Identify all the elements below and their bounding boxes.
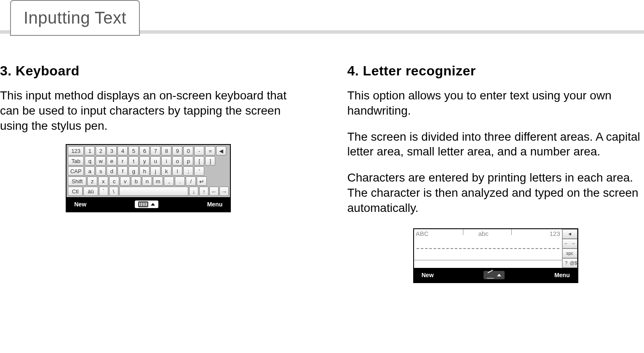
keyboard-row: 1231234567890-=◄ [68,146,229,155]
keyboard-key[interactable]: ↓ [189,187,198,196]
keyboard-key[interactable]: CAP [68,166,84,176]
keyboard-key[interactable]: 4 [118,146,128,155]
keyboard-key[interactable] [119,187,188,196]
keyboard-key[interactable]: 6 [139,146,150,155]
lr-body: ABC abc 123 ◄ ← → spc ? [414,229,577,268]
lr-key-sym[interactable]: @$ [570,260,577,265]
keyboard-key[interactable]: t [128,156,139,166]
keyboard-key[interactable]: e [107,156,117,166]
lr-bottombar-menu-label[interactable]: Menu [554,272,570,278]
keyboard-key[interactable]: \ [109,187,118,196]
keyboard-key[interactable]: i [161,156,171,166]
keyboard-key[interactable]: x [98,176,108,186]
para-lr-2: The screen is divided into three differe… [347,129,644,160]
lr-baseline [414,260,562,260]
keyboard-key[interactable]: p [183,156,193,166]
keyboard-icon [138,201,148,207]
keyboard-key[interactable]: c [109,176,119,186]
keyboard-key[interactable]: 1 [85,146,95,155]
keyboard-key[interactable]: [ [194,156,204,166]
keyboard-key[interactable]: d [107,166,117,176]
lr-key-right[interactable]: → [570,241,577,246]
keyboard-key[interactable]: b [131,176,141,186]
keyboard-key[interactable]: ' [194,166,204,176]
keyboard-key[interactable]: = [205,146,215,155]
keyboard-key[interactable]: v [120,176,130,186]
lr-side-keys: ◄ ← → spc ? @$ [562,229,577,268]
keyboard-key[interactable]: → [219,187,229,196]
keyboard-row: Tabqwertyuiop[] [68,156,229,166]
lr-key-left[interactable]: ← [563,241,570,246]
keyboard-key[interactable]: 0 [183,146,193,155]
keyboard-row: Shiftzxcvbnm,./↵ [68,176,229,186]
keyboard-key[interactable]: ↵ [197,176,207,186]
keyboard-key[interactable]: y [139,156,150,166]
keyboard-key[interactable]: w [96,156,106,166]
keyboard-key[interactable]: r [118,156,128,166]
keyboard-key[interactable]: 7 [150,146,160,155]
keyboard-key[interactable]: ` [99,187,108,196]
lr-bottombar-new-label[interactable]: New [422,272,434,278]
keyboard-key[interactable]: u [150,156,160,166]
keyboard-key[interactable]: 123 [68,146,84,155]
keyboard-key[interactable]: Ctl [68,187,83,196]
keyboard-key[interactable]: Tab [68,156,84,166]
keyboard-key[interactable]: l [172,166,182,176]
keyboard-key[interactable]: q [85,156,95,166]
keyboard-key[interactable]: - [194,146,204,155]
keyboard-key[interactable]: n [142,176,152,186]
keyboard-key[interactable]: 5 [128,146,139,155]
chevron-up-icon [151,203,155,206]
lr-key-left-right[interactable]: ← → [562,239,577,249]
keyboard-key[interactable]: a [85,166,95,176]
keyboard-key[interactable]: / [186,176,196,186]
bottombar-menu-label[interactable]: Menu [207,201,223,208]
keyboard-key[interactable]: f [118,166,128,176]
lr-writing-area[interactable]: ABC abc 123 [414,229,562,268]
lr-divider-1 [463,229,463,235]
page-title-text: Inputting Text [24,8,126,27]
lr-key-help[interactable]: ? [563,260,570,265]
sip-toggle[interactable] [135,201,158,208]
keyboard-key[interactable]: 8 [161,146,171,155]
column-keyboard: 3. Keyboard This input method displays a… [0,63,322,283]
para-lr-1: This option allows you to enter text usi… [347,88,644,118]
keyboard-key[interactable]: o [172,156,182,166]
bottombar-new-label[interactable]: New [74,201,86,208]
lr-divider-2 [511,229,512,235]
keyboard-key[interactable]: áü [83,187,98,196]
keyboard-key[interactable]: , [164,176,174,186]
keyboard-key[interactable]: ◄ [216,146,226,155]
page-title-tab: Inputting Text [10,0,140,36]
keyboard-key[interactable]: g [128,166,139,176]
keyboard-row: Ctláü`\ ↓↑←→ [68,187,229,196]
keyboard-key[interactable]: j [150,166,160,176]
keyboard-key[interactable]: ← [209,187,219,196]
para-keyboard-desc: This input method displays an on-screen … [0,88,297,133]
keyboard-key[interactable]: ] [205,156,215,166]
pen-icon [487,272,494,278]
lr-sip-toggle[interactable] [484,271,505,279]
keyboard-key[interactable]: s [96,166,106,176]
lr-key-space[interactable]: spc [562,249,577,258]
lr-label-num: 123 [550,230,560,237]
keyboard-key[interactable]: 2 [96,146,106,155]
keyboard-bottom-bar: New Menu [67,197,230,211]
page-header: Inputting Text [0,0,644,38]
lr-key-backspace[interactable]: ◄ [562,229,577,239]
lr-label-caps: ABC [416,230,429,237]
keyboard-screenshot: 1231234567890-=◄Tabqwertyuiop[]CAPasdfgh… [66,144,231,212]
keyboard-key[interactable]: 9 [172,146,182,155]
lr-key-help-sym[interactable]: ? @$ [562,258,577,268]
keyboard-key[interactable]: ; [183,166,193,176]
keyboard-row: CAPasdfghjkl;' [68,166,229,176]
keyboard-key[interactable]: z [87,176,97,186]
keyboard-key[interactable]: k [161,166,171,176]
keyboard-key[interactable]: Shift [68,176,86,186]
keyboard-key[interactable]: h [139,166,150,176]
keyboard-key[interactable]: ↑ [199,187,208,196]
keyboard-key[interactable]: m [153,176,163,186]
keyboard-key[interactable]: 3 [107,146,117,155]
keyboard-key[interactable]: . [175,176,185,186]
column-letter-recognizer: 4. Letter recognizer This option allows … [322,63,644,283]
